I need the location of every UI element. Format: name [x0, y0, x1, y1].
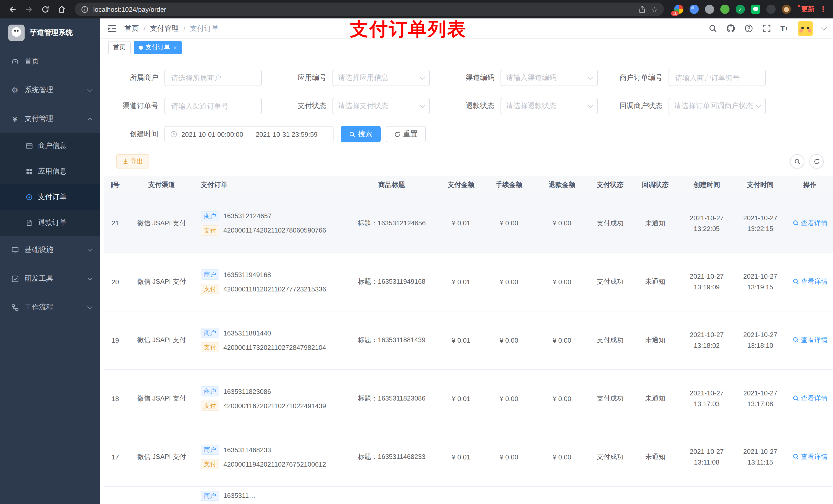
product-title: 标题：1635311823086: [358, 394, 426, 402]
search-button[interactable]: 搜索: [341, 126, 381, 142]
view-detail-link[interactable]: 查看详情: [792, 218, 828, 228]
search-icon[interactable]: [708, 24, 717, 33]
merchant-order-no-input[interactable]: [669, 70, 766, 86]
fee-amount: ¥ 0.00: [500, 219, 518, 227]
callback-status-select[interactable]: 请选择订单回调商户状态: [669, 98, 766, 114]
site-info-icon[interactable]: [81, 5, 89, 13]
refresh-icon: [394, 131, 401, 138]
topbar: 首页 / 支付管理 / 支付订单 支付订单列表: [100, 19, 833, 39]
chevron-down-icon[interactable]: [821, 25, 827, 30]
pay-tag: 支付: [201, 284, 219, 294]
view-detail-link[interactable]: 查看详情: [792, 277, 828, 286]
channel-order-no-input[interactable]: [164, 98, 262, 114]
notify-status: 未通知: [645, 453, 665, 460]
sidebar-item-pay[interactable]: ¥ 支付管理: [0, 104, 100, 133]
content: 所属商户 应用编号 请选择应用信息 渠道编码 请输入渠道编码: [100, 56, 833, 504]
sidebar-item-infra[interactable]: 基础设施: [0, 236, 100, 264]
channel-pay-no: 4200001181202110277723215336: [223, 285, 326, 293]
col-pay-status: 支付状态: [589, 176, 632, 194]
col-pay-order: 支付订单: [197, 176, 344, 194]
col-refund: 退款金额: [536, 176, 589, 194]
sidebar-item-dev-tools[interactable]: 研发工具: [0, 264, 100, 293]
pay-time: 13:22:15: [737, 223, 784, 234]
extension-icon[interactable]: [690, 5, 699, 14]
product-title: 标题：1635311468233: [358, 453, 426, 460]
home-icon[interactable]: [54, 2, 69, 16]
browser-update-button[interactable]: 更新: [801, 5, 814, 14]
col-actions: 操作: [786, 176, 833, 194]
sidebar-item-home[interactable]: 首页: [0, 47, 100, 76]
export-button[interactable]: 导出: [116, 154, 149, 169]
breadcrumb-pay-manage[interactable]: 支付管理: [150, 24, 179, 33]
sidebar-item-workflow[interactable]: 工作流程: [0, 293, 100, 322]
pay-tag: 支付: [201, 342, 219, 352]
create-time: 13:18:02: [681, 340, 733, 351]
table-header-row: 编号 支付渠道 支付订单 商品标题 支付金额 手续金额 退款金额 支付状态 回调…: [104, 176, 833, 194]
pay-date: 2021-10-27: [737, 329, 784, 340]
extension-icon[interactable]: [782, 5, 791, 14]
tab-home[interactable]: 首页: [108, 41, 130, 54]
app-no-select[interactable]: 请选择应用信息: [332, 70, 430, 86]
sidebar: 芋道管理系统 首页 ⚙ 系统管理 ¥ 支付管理: [0, 19, 100, 504]
forward-icon[interactable]: [22, 2, 36, 16]
sidebar-item-app-info[interactable]: 应用信息: [0, 159, 100, 184]
pay-amount: ¥ 0.01: [452, 394, 470, 402]
pay-submenu: 商户信息 应用信息 支付订单: [0, 133, 100, 236]
breadcrumb-home[interactable]: 首页: [124, 24, 139, 33]
extension-icon[interactable]: [766, 5, 776, 14]
help-icon[interactable]: [744, 24, 753, 33]
reload-icon[interactable]: [38, 2, 52, 16]
font-size-icon[interactable]: TT: [780, 24, 789, 33]
user-avatar[interactable]: [798, 21, 813, 36]
view-detail-link[interactable]: 查看详情: [792, 452, 828, 461]
sidebar-item-refund-order[interactable]: 退款订单: [0, 210, 100, 236]
channel-code-select[interactable]: 请输入渠道编码: [501, 70, 598, 86]
merchant-tag: 商户: [201, 269, 219, 280]
reset-button[interactable]: 重置: [386, 126, 426, 142]
view-detail-link[interactable]: 查看详情: [792, 394, 828, 403]
sidebar-toggle-icon[interactable]: [107, 23, 117, 33]
notify-status: 未通知: [645, 278, 665, 285]
extension-icon[interactable]: [736, 5, 745, 14]
logo-avatar: [8, 25, 25, 41]
close-icon[interactable]: ×: [173, 44, 177, 50]
toggle-search-button[interactable]: [790, 154, 804, 169]
search-icon: [792, 454, 799, 460]
merchant-input[interactable]: [164, 70, 262, 86]
view-detail-link[interactable]: 查看详情: [792, 335, 828, 345]
notify-status: 未通知: [645, 219, 665, 227]
create-time-range-picker[interactable]: 2021-10-01 00:00:00 - 2021-10-31 23:59:5…: [164, 126, 334, 142]
bookmark-star-icon[interactable]: ☆: [651, 5, 658, 13]
refresh-table-button[interactable]: [809, 154, 824, 169]
create-time: 13:19:09: [681, 282, 733, 292]
sidebar-item-label: 支付订单: [38, 193, 67, 202]
refund-amount: ¥ 0.00: [553, 219, 571, 227]
sidebar-item-system[interactable]: ⚙ 系统管理: [0, 76, 100, 104]
merchant-order-no: 1635312124657: [223, 212, 271, 220]
toolbox-icon: [10, 274, 20, 283]
fee-amount: ¥ 0.00: [500, 453, 518, 461]
sidebar-item-pay-order[interactable]: 支付订单: [0, 184, 100, 210]
back-icon[interactable]: [5, 2, 20, 16]
pay-status-select[interactable]: 请选择支付状态: [332, 98, 430, 114]
sidebar-item-merchant-info[interactable]: 商户信息: [0, 133, 100, 159]
github-icon[interactable]: [726, 24, 735, 33]
tab-pay-order[interactable]: 支付订单 ×: [134, 41, 182, 54]
fullscreen-icon[interactable]: [762, 24, 771, 33]
extension-icon[interactable]: [705, 5, 714, 14]
notify-status: 未通知: [645, 394, 665, 402]
extension-icon[interactable]: 10: [674, 5, 684, 14]
chevron-down-icon: [588, 103, 593, 108]
address-bar[interactable]: localhost:1024/pay/order ☆: [75, 3, 664, 16]
pay-status: 支付成功: [597, 219, 623, 227]
chevron-down-icon: [87, 247, 93, 252]
share-icon[interactable]: [638, 5, 646, 13]
refund-status-select[interactable]: 请选择退款状态: [501, 98, 598, 114]
extension-icon[interactable]: [720, 5, 730, 14]
table-row: 商户 1635311…: [104, 486, 833, 504]
extension-icon[interactable]: [751, 5, 760, 14]
search-icon: [792, 337, 799, 343]
browser-menu-icon[interactable]: ⋮: [819, 5, 828, 14]
sidebar-item-label: 系统管理: [25, 86, 53, 95]
filter-label-app-no: 应用编号: [272, 73, 332, 82]
